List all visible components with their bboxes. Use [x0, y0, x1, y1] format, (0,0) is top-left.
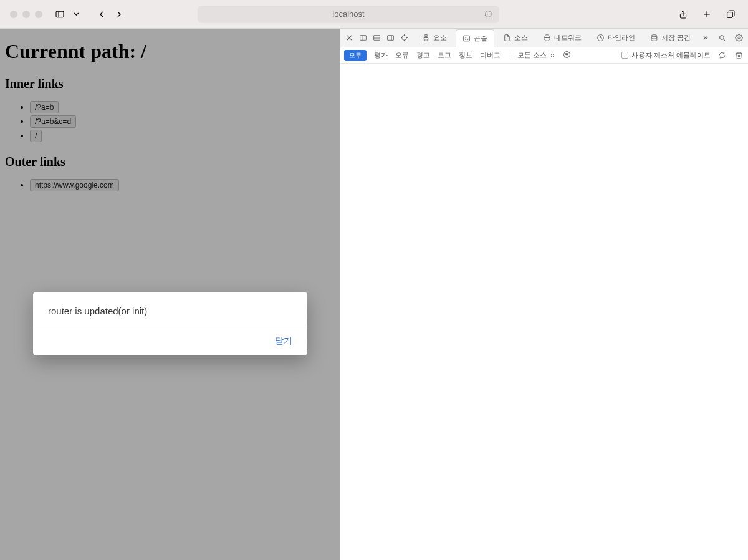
tabs-overview-button[interactable] [724, 8, 737, 21]
storage-icon [650, 34, 658, 42]
tab-sources[interactable]: 소스 [497, 29, 534, 47]
tab-label: 저장 공간 [661, 33, 691, 42]
forward-button[interactable] [113, 8, 125, 21]
filter-all[interactable]: 모두 [344, 50, 367, 61]
chevron-right-icon [114, 9, 124, 19]
trash-icon [735, 51, 743, 59]
svg-rect-21 [427, 39, 429, 41]
maximize-window-button[interactable] [35, 11, 42, 18]
sidebar-toggle-button[interactable] [54, 8, 66, 21]
chevron-down-icon [72, 10, 80, 18]
filter-input-button[interactable] [563, 51, 571, 60]
svg-rect-10 [374, 36, 380, 41]
reload-icon [484, 10, 492, 18]
inspect-element-button[interactable] [399, 32, 410, 43]
tab-label: 소스 [514, 33, 528, 42]
devtools-panel: 요소 콘솔 소스 네트워크 타임라인 저장 공간 [340, 29, 748, 560]
devtools-settings-button[interactable] [734, 32, 744, 43]
traffic-lights [10, 11, 42, 18]
svg-rect-8 [360, 36, 367, 41]
svg-rect-5 [727, 12, 733, 17]
sources-dropdown[interactable]: 모든 소스 [517, 51, 555, 60]
filter-warn[interactable]: 경고 [416, 51, 430, 60]
share-button[interactable] [677, 8, 689, 21]
console-filterbar: 모두 평가 오류 경고 로그 정보 디버그 | 모든 소스 사용자 제스처 에뮬… [340, 47, 748, 64]
svg-rect-20 [423, 39, 425, 41]
tab-timeline[interactable]: 타임라인 [590, 29, 641, 47]
page-content: Currennt path: / Inner links /?a=b /?a=b… [0, 29, 340, 560]
sort-icon [549, 52, 555, 59]
svg-rect-0 [56, 11, 64, 17]
dock-bottom-icon [373, 34, 381, 42]
tab-elements[interactable]: 요소 [416, 29, 453, 47]
svg-rect-19 [425, 35, 427, 37]
emulate-gesture-label: 사용자 제스처 에뮬레이트 [631, 51, 711, 60]
emulate-gesture-checkbox[interactable]: 사용자 제스처 에뮬레이트 [621, 51, 711, 60]
dock-right-icon [386, 34, 395, 42]
address-text: localhost [332, 9, 364, 19]
close-window-button[interactable] [10, 11, 17, 18]
filter-error[interactable]: 오류 [395, 51, 409, 60]
reload-button[interactable] [482, 8, 494, 21]
alert-message: router is updated(or init) [33, 292, 307, 329]
tab-network[interactable]: 네트워크 [537, 29, 588, 47]
address-bar[interactable]: localhost [198, 6, 499, 23]
filter-info[interactable]: 정보 [459, 51, 472, 60]
filter-lines-icon [563, 51, 571, 59]
svg-point-27 [720, 36, 724, 40]
overflow-tabs-button[interactable] [700, 32, 711, 43]
recycle-icon [718, 51, 726, 59]
chevron-left-icon [97, 9, 107, 19]
alert-footer: 닫기 [33, 329, 307, 355]
filter-eval[interactable]: 평가 [374, 51, 388, 60]
hierarchy-icon [422, 34, 430, 42]
dock-left-icon [359, 34, 367, 42]
target-icon [400, 34, 408, 42]
share-icon [678, 9, 688, 19]
svg-rect-22 [464, 36, 470, 41]
tab-label: 네트워크 [554, 33, 582, 42]
console-icon [463, 34, 471, 42]
svg-point-29 [738, 37, 740, 39]
dock-left-button[interactable] [358, 32, 368, 43]
document-icon [503, 34, 511, 42]
tab-label: 요소 [433, 33, 447, 42]
alert-close-button[interactable]: 닫기 [275, 336, 292, 347]
devtools-search-button[interactable] [717, 32, 727, 43]
close-icon [345, 34, 353, 42]
filter-debug[interactable]: 디버그 [480, 51, 501, 60]
tab-label: 콘솔 [474, 34, 487, 43]
back-button[interactable] [95, 8, 108, 21]
svg-point-14 [402, 36, 407, 41]
sidebar-icon [55, 9, 65, 19]
sources-label: 모든 소스 [517, 51, 547, 60]
svg-rect-12 [388, 36, 394, 41]
sidebar-dropdown-button[interactable] [71, 9, 82, 19]
clock-icon [597, 34, 605, 42]
browser-toolbar: localhost [0, 0, 748, 29]
dock-right-button[interactable] [385, 32, 396, 43]
devtools-close-button[interactable] [344, 32, 355, 43]
new-tab-button[interactable] [701, 8, 713, 21]
alert-dialog: router is updated(or init) 닫기 [33, 292, 307, 355]
tab-storage[interactable]: 저장 공간 [644, 29, 697, 47]
tab-console[interactable]: 콘솔 [456, 29, 494, 47]
search-icon [718, 34, 726, 42]
preserve-log-button[interactable] [717, 50, 727, 60]
gear-icon [735, 34, 743, 42]
network-icon [543, 34, 551, 42]
chevrons-right-icon [701, 34, 709, 42]
clear-console-button[interactable] [734, 50, 744, 60]
devtools-tabbar: 요소 콘솔 소스 네트워크 타임라인 저장 공간 [340, 29, 748, 47]
plus-icon [702, 9, 712, 19]
dock-bottom-button[interactable] [372, 32, 382, 43]
console-output[interactable] [340, 64, 748, 560]
svg-line-28 [723, 39, 724, 40]
checkbox-icon [621, 52, 628, 59]
minimize-window-button[interactable] [22, 11, 30, 18]
filter-log[interactable]: 로그 [438, 51, 451, 60]
tabs-icon [726, 9, 736, 19]
tab-label: 타임라인 [608, 33, 635, 42]
svg-point-26 [651, 35, 657, 37]
